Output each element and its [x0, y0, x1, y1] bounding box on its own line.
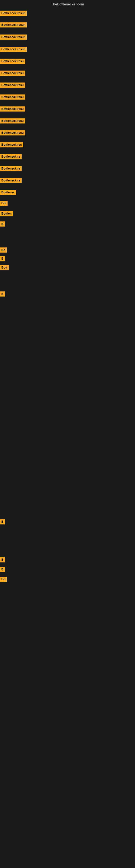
- bottleneck-row-9: Bottleneck resu: [0, 115, 135, 127]
- bottleneck-row-33: B: [0, 555, 135, 565]
- bottleneck-label-15[interactable]: Bottlenec: [0, 190, 16, 195]
- bottleneck-row-34: B: [0, 565, 135, 575]
- bottleneck-label-6[interactable]: Bottleneck resu: [0, 83, 25, 88]
- bottleneck-label-14[interactable]: Bottleneck re: [0, 178, 21, 183]
- bottleneck-row-20: Bo: [0, 245, 135, 255]
- bottleneck-row-16: Bot: [0, 198, 135, 208]
- bottleneck-row-35: Bo: [0, 575, 135, 584]
- bottleneck-row-4: Bottleneck resu: [0, 55, 135, 67]
- bottleneck-label-3[interactable]: Bottleneck result: [0, 46, 27, 52]
- bottleneck-row-2: Bottleneck result: [0, 31, 135, 43]
- bottleneck-label-31[interactable]: B: [0, 519, 5, 524]
- bottleneck-label-4[interactable]: Bottleneck resu: [0, 59, 25, 64]
- bottleneck-row-31: B: [0, 516, 135, 528]
- bottleneck-label-34[interactable]: B: [0, 567, 5, 572]
- bottleneck-row-10: Bottleneck resu: [0, 127, 135, 139]
- bottleneck-row-14: Bottleneck re: [0, 175, 135, 187]
- bottleneck-label-17[interactable]: Bottlen: [0, 211, 13, 216]
- bottleneck-label-8[interactable]: Bottleneck resu: [0, 106, 25, 112]
- bottleneck-label-9[interactable]: Bottleneck resu: [0, 118, 25, 123]
- bottleneck-label-18[interactable]: B: [0, 221, 5, 226]
- bottleneck-row-8: Bottleneck resu: [0, 103, 135, 115]
- bottleneck-label-33[interactable]: B: [0, 557, 5, 562]
- bottleneck-label-21[interactable]: B: [0, 256, 5, 261]
- page-wrapper: TheBottlenecker.com Bottleneck resultBot…: [0, 0, 135, 868]
- bottleneck-label-1[interactable]: Bottleneck result: [0, 22, 27, 27]
- bottleneck-row-17: Bottlen: [0, 208, 135, 219]
- bottleneck-label-12[interactable]: Bottleneck re: [0, 154, 21, 159]
- bottleneck-label-2[interactable]: Bottleneck result: [0, 34, 27, 40]
- bottleneck-row-1: Bottleneck result: [0, 19, 135, 31]
- bottleneck-row-0: Bottleneck result: [0, 7, 135, 19]
- bottleneck-row-3: Bottleneck result: [0, 43, 135, 55]
- bottleneck-label-13[interactable]: Bottleneck re: [0, 166, 21, 171]
- bottleneck-label-10[interactable]: Bottleneck resu: [0, 130, 25, 135]
- bottleneck-row-11: Bottleneck res: [0, 139, 135, 151]
- bottleneck-row-12: Bottleneck re: [0, 151, 135, 163]
- bottleneck-row-21: B: [0, 255, 135, 262]
- bottleneck-label-16[interactable]: Bot: [0, 201, 8, 206]
- bottleneck-row-5: Bottleneck resu: [0, 67, 135, 79]
- bottleneck-label-24[interactable]: B: [0, 291, 5, 297]
- bottleneck-row-6: Bottleneck resu: [0, 79, 135, 91]
- bottleneck-row-18: B: [0, 219, 135, 229]
- site-header: TheBottlenecker.com: [0, 0, 135, 7]
- bottleneck-row-15: Bottlenec: [0, 187, 135, 198]
- bottleneck-row-13: Bottleneck re: [0, 163, 135, 175]
- site-title: TheBottlenecker.com: [51, 2, 84, 6]
- bottleneck-label-11[interactable]: Bottleneck res: [0, 142, 23, 147]
- bottleneck-label-7[interactable]: Bottleneck resu: [0, 94, 25, 99]
- bottleneck-label-20[interactable]: Bo: [0, 247, 7, 252]
- bottleneck-row-7: Bottleneck resu: [0, 91, 135, 103]
- bottleneck-row-24: B: [0, 289, 135, 299]
- bottleneck-label-0[interactable]: Bottleneck result: [0, 10, 27, 16]
- bottleneck-label-5[interactable]: Bottleneck resu: [0, 70, 25, 76]
- rows-container: Bottleneck resultBottleneck resultBottle…: [0, 7, 135, 862]
- bottleneck-label-35[interactable]: Bo: [0, 577, 7, 582]
- bottleneck-label-22[interactable]: Bott: [0, 265, 9, 270]
- bottleneck-row-22: Bott: [0, 262, 135, 273]
